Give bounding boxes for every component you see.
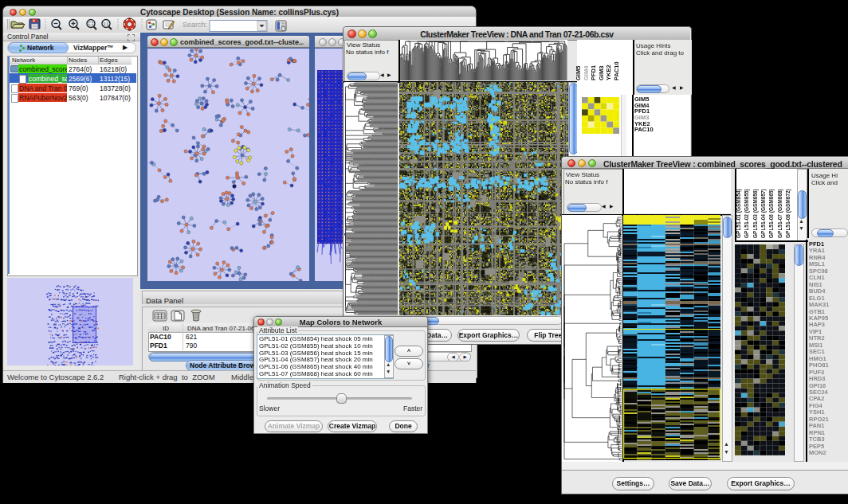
svg-text:Search:: Search: — [183, 21, 207, 29]
svg-text:1:1: 1:1 — [104, 22, 109, 26]
